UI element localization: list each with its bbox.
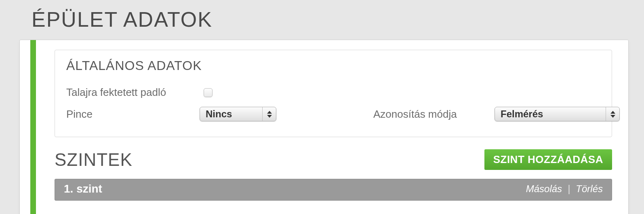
checkbox-ground-floor[interactable] [204, 88, 213, 97]
general-data-card: ÁLTALÁNOS ADATOK Talajra fektetett padló… [55, 50, 612, 137]
accent-stripe [30, 40, 36, 214]
level-copy-button[interactable]: Másolás [526, 183, 562, 195]
add-level-button[interactable]: SZINT HOZZÁADÁSA [484, 149, 612, 170]
main-panel: ÁLTALÁNOS ADATOK Talajra fektetett padló… [19, 40, 629, 214]
label-ground-floor: Talajra fektetett padló [66, 86, 200, 99]
levels-header: SZINTEK SZINT HOZZÁADÁSA [55, 149, 612, 170]
row-ground-floor: Talajra fektetett padló [66, 82, 600, 103]
level-name: 1. szint [64, 182, 102, 195]
select-identification-value: Felmérés [495, 107, 606, 121]
levels-title: SZINTEK [55, 150, 133, 170]
select-cellar-value: Nincs [200, 107, 262, 121]
sort-icon [262, 107, 276, 121]
page-title: ÉPÜLET ADATOK [0, 0, 644, 40]
level-row[interactable]: 1. szint Másolás | Törlés [55, 179, 612, 201]
separator: | [568, 183, 570, 195]
label-identification: Azonosítás módja [373, 108, 495, 121]
level-actions: Másolás | Törlés [526, 183, 603, 195]
label-cellar: Pince [66, 108, 200, 121]
select-identification[interactable]: Felmérés [495, 107, 620, 121]
sort-icon [606, 107, 619, 121]
row-cellar-identification: Pince Nincs Azonosítás módja Felmérés [66, 103, 600, 125]
select-cellar[interactable]: Nincs [200, 107, 276, 121]
general-data-title: ÁLTALÁNOS ADATOK [66, 58, 600, 73]
level-delete-button[interactable]: Törlés [576, 183, 603, 195]
